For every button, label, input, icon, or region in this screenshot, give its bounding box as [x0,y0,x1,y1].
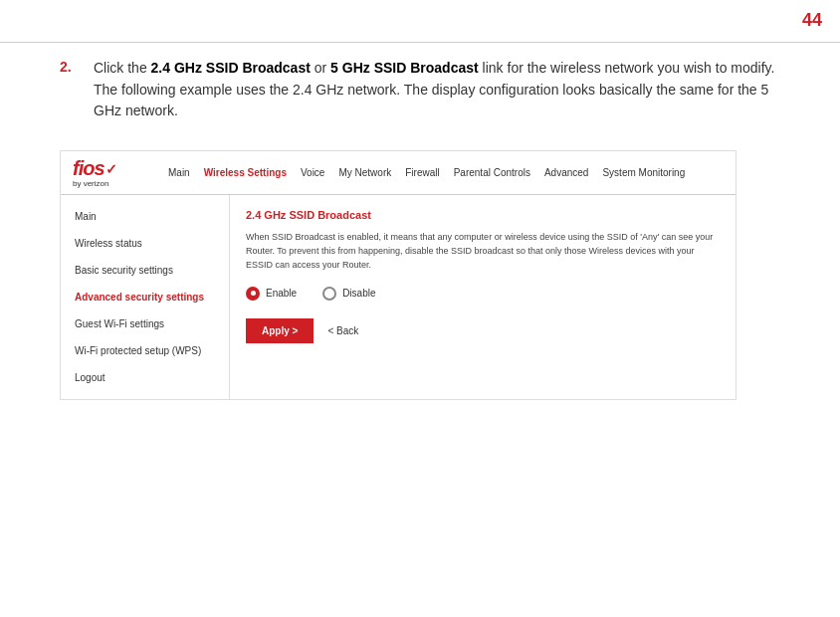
text-before: Click the [94,60,151,76]
action-bar: Apply > < Back [246,318,720,343]
fios-logo: fios✓ by verizon [73,157,152,188]
step-number: 2. [60,58,80,122]
fios-by-verizon: by verizon [73,179,152,188]
fios-logo-top: fios✓ [73,157,152,180]
nav-firewall[interactable]: Firewall [405,167,439,178]
nav-advanced[interactable]: Advanced [544,167,588,178]
enable-option[interactable]: Enable [246,287,297,301]
nav-main[interactable]: Main [168,167,190,178]
sidebar: Main Wireless status Basic security sett… [61,195,230,399]
nav-voice[interactable]: Voice [301,167,324,178]
sidebar-item-wps[interactable]: Wi-Fi protected setup (WPS) [61,337,229,364]
instruction-text: Click the 2.4 GHz SSID Broadcast or 5 GH… [94,58,800,122]
router-body: Main Wireless status Basic security sett… [61,195,735,399]
nav-links: Main Wireless Settings Voice My Network … [168,167,685,178]
nav-my-network[interactable]: My Network [338,167,391,178]
router-ui-mockup: fios✓ by verizon Main Wireless Settings … [60,150,736,400]
disable-radio[interactable] [322,287,336,301]
sidebar-item-advanced-security[interactable]: Advanced security settings [61,284,229,310]
radio-group: Enable Disable [246,287,720,301]
enable-radio[interactable] [246,287,260,301]
fios-navbar: fios✓ by verizon Main Wireless Settings … [61,151,735,195]
sidebar-item-logout[interactable]: Logout [61,364,229,391]
panel-description: When SSID Broadcast is enabled, it means… [246,231,720,273]
instruction-block: 2. Click the 2.4 GHz SSID Broadcast or 5… [60,58,800,122]
main-content: 2. Click the 2.4 GHz SSID Broadcast or 5… [60,58,800,400]
nav-system-monitoring[interactable]: System Monitoring [602,167,685,178]
sidebar-item-main[interactable]: Main [61,203,229,230]
fios-checkmark: ✓ [105,161,117,177]
nav-wireless-settings[interactable]: Wireless Settings [204,167,287,178]
sidebar-item-basic-security[interactable]: Basic security settings [61,257,229,284]
bold-link-2: 5 GHz SSID Broadcast [330,60,479,76]
bold-link-1: 2.4 GHz SSID Broadcast [151,60,311,76]
text-mid1: or [311,60,330,76]
main-panel: 2.4 GHz SSID Broadcast When SSID Broadca… [230,195,735,399]
enable-label: Enable [266,288,297,299]
page-number: 44 [802,10,822,31]
fios-brand-text: fios [73,157,105,180]
sidebar-item-guest-wifi[interactable]: Guest Wi-Fi settings [61,310,229,337]
apply-button[interactable]: Apply > [246,318,314,343]
sidebar-item-wireless-status[interactable]: Wireless status [61,230,229,257]
panel-title: 2.4 GHz SSID Broadcast [246,209,720,221]
back-link[interactable]: < Back [327,325,358,336]
disable-label: Disable [342,288,375,299]
nav-parental-controls[interactable]: Parental Controls [454,167,530,178]
disable-option[interactable]: Disable [322,287,375,301]
top-divider [0,42,840,43]
